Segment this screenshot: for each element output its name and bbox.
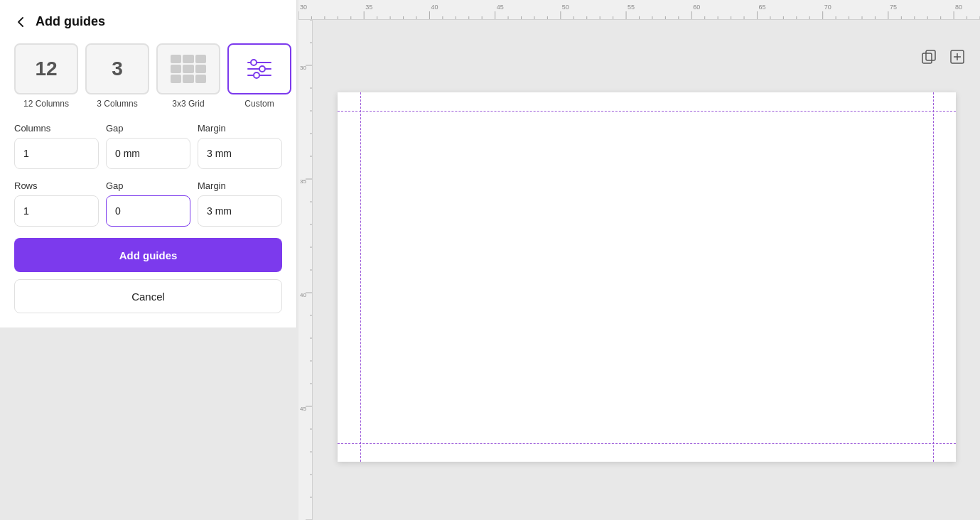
canvas-area: [313, 20, 980, 520]
svg-text:30: 30: [300, 65, 306, 71]
svg-rect-92: [922, 53, 932, 63]
rows-margin-label: Margin: [198, 180, 282, 191]
grid-type-3col-btn[interactable]: 3: [85, 43, 149, 94]
svg-text:45: 45: [300, 406, 306, 412]
rows-input[interactable]: [14, 195, 99, 227]
guide-v-right: [933, 92, 934, 462]
rows-margin-input[interactable]: [198, 195, 282, 227]
grid-type-12col-label: 12 Columns: [23, 99, 69, 109]
columns-margin-input[interactable]: [198, 138, 282, 169]
add-guides-panel: Add guides 12 12 Columns 3 3 Columns: [0, 0, 297, 327]
ruler-top-svg: 3035404550556065707580: [298, 0, 980, 19]
guide-h-bottom: [338, 443, 956, 444]
columns-row: Columns Gap Margin: [14, 123, 282, 169]
svg-text:50: 50: [562, 4, 569, 11]
rows-margin-group: Margin: [198, 180, 282, 227]
grid-type-3x3-btn[interactable]: [156, 43, 220, 94]
svg-text:60: 60: [693, 4, 700, 11]
svg-text:70: 70: [824, 4, 831, 11]
guide-h-top: [338, 111, 956, 112]
ruler-top: 3035404550556065707580: [298, 0, 980, 20]
grid-type-custom-label: Custom: [244, 99, 274, 109]
grid-type-3col-label: 3 Columns: [97, 99, 137, 109]
grid-type-3col[interactable]: 3 3 Columns: [85, 43, 149, 109]
back-button[interactable]: [14, 15, 28, 29]
ruler-left: 3035404550: [298, 20, 313, 520]
svg-text:65: 65: [758, 4, 765, 11]
svg-text:40: 40: [431, 4, 438, 11]
3x3-grid-icon: [171, 55, 206, 83]
canvas-toolbar: [917, 45, 969, 68]
svg-point-100: [259, 66, 265, 72]
svg-text:45: 45: [497, 4, 504, 11]
guide-v-left: [360, 92, 361, 462]
copy-button[interactable]: [917, 45, 940, 68]
panel-title: Add guides: [36, 14, 105, 29]
grid-type-12col[interactable]: 12 12 Columns: [14, 43, 78, 109]
cancel-button[interactable]: Cancel: [14, 279, 282, 313]
grid-type-3x3[interactable]: 3x3 Grid: [156, 43, 220, 109]
columns-margin-label: Margin: [198, 123, 282, 134]
columns-label: Columns: [14, 123, 99, 134]
svg-point-102: [254, 72, 259, 78]
ruler-left-svg: 3035404550: [298, 20, 312, 520]
panel-header: Add guides: [14, 14, 282, 29]
rows-label: Rows: [14, 180, 99, 191]
rows-row: Rows Gap Margin: [14, 180, 282, 227]
rows-gap-label: Gap: [106, 180, 190, 191]
svg-text:35: 35: [365, 4, 372, 11]
grid-type-12col-btn[interactable]: 12: [14, 43, 78, 94]
svg-point-98: [251, 60, 257, 65]
columns-group: Columns: [14, 123, 99, 169]
svg-text:30: 30: [300, 4, 307, 11]
rows-gap-input[interactable]: [106, 195, 190, 227]
svg-rect-93: [926, 50, 935, 60]
grid-type-custom[interactable]: Custom: [227, 43, 291, 109]
grid-type-selector: 12 12 Columns 3 3 Columns: [14, 43, 282, 109]
rows-group: Rows: [14, 180, 99, 227]
columns-gap-input[interactable]: [106, 138, 190, 169]
columns-gap-group: Gap: [106, 123, 190, 169]
add-guides-button[interactable]: Add guides: [14, 238, 282, 272]
columns-input[interactable]: [14, 138, 99, 169]
columns-margin-group: Margin: [198, 123, 282, 169]
grid-type-3x3-label: 3x3 Grid: [172, 99, 204, 109]
grid-type-custom-btn[interactable]: [227, 43, 291, 94]
svg-text:80: 80: [955, 4, 962, 11]
svg-text:35: 35: [300, 178, 306, 185]
svg-text:40: 40: [300, 292, 306, 298]
columns-gap-label: Gap: [106, 123, 190, 134]
rows-gap-group: Gap: [106, 180, 190, 227]
svg-text:55: 55: [628, 4, 635, 11]
canvas-page: [338, 92, 956, 462]
custom-sliders-icon: [247, 58, 272, 80]
svg-text:75: 75: [890, 4, 897, 11]
add-page-button[interactable]: [946, 45, 969, 68]
